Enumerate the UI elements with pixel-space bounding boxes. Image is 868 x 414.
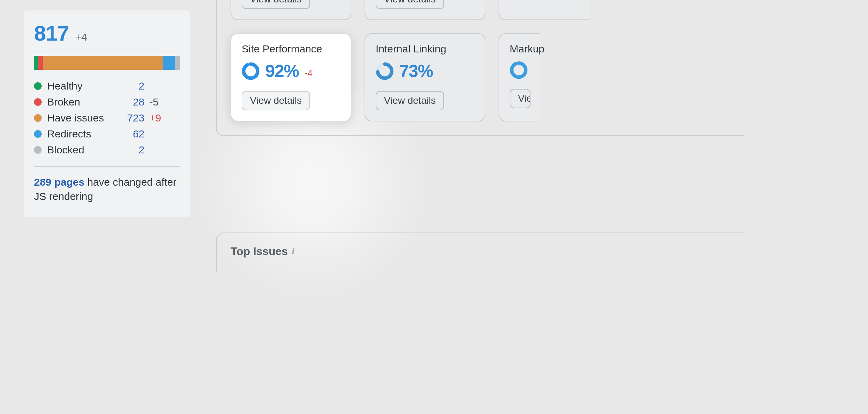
view-details-button[interactable]: View details bbox=[376, 0, 444, 9]
svg-point-5 bbox=[244, 64, 258, 78]
legend-count: 28 bbox=[120, 96, 144, 108]
divider bbox=[34, 166, 180, 167]
metric-card-site-performance: Site Performance 92% -4 View details bbox=[231, 33, 351, 121]
metric-percent: 92% bbox=[265, 61, 299, 81]
view-details-button[interactable]: View details bbox=[510, 89, 531, 108]
card-row-bottom: Site Performance 92% -4 View details Int… bbox=[231, 33, 730, 121]
dot-icon bbox=[34, 98, 42, 106]
metric-card-intl-note: Internal links are not included in this … bbox=[499, 0, 589, 20]
legend-row-blocked[interactable]: Blocked 2 bbox=[34, 144, 180, 156]
legend-count: 2 bbox=[120, 80, 144, 92]
legend-label: Blocked bbox=[47, 144, 120, 156]
top-issues-panel: Top Issues i bbox=[216, 233, 744, 272]
card-title: Internal Linking bbox=[376, 43, 474, 55]
dot-icon bbox=[34, 114, 42, 122]
metric-value: 73% bbox=[376, 61, 474, 81]
legend-row-have-issues[interactable]: Have issues 723 +9 bbox=[34, 112, 180, 124]
bar-seg-blocked bbox=[175, 56, 180, 70]
legend-delta: -5 bbox=[149, 96, 159, 108]
dot-icon bbox=[34, 130, 42, 138]
legend-count: 2 bbox=[120, 144, 144, 156]
dot-icon bbox=[34, 146, 42, 154]
legend-label: Redirects bbox=[47, 128, 120, 140]
legend-label: Broken bbox=[47, 96, 120, 108]
metric-percent: 73% bbox=[399, 61, 433, 81]
legend-count: 62 bbox=[120, 128, 144, 140]
donut-icon bbox=[510, 61, 528, 79]
top-issues-title: Top Issues bbox=[231, 245, 288, 258]
legend-count: 723 bbox=[120, 112, 144, 124]
card-row-top: 79% -4 View details 98% View details Int… bbox=[231, 0, 730, 20]
legend-label: Healthy bbox=[47, 80, 120, 92]
card-title: Site Performance bbox=[242, 43, 340, 55]
svg-point-9 bbox=[512, 63, 526, 77]
metric-card-crawlability: 79% -4 View details bbox=[231, 0, 351, 20]
crawl-summary-header: 817 +4 bbox=[34, 21, 180, 45]
legend-label: Have issues bbox=[47, 112, 120, 124]
legend-row-healthy[interactable]: Healthy 2 bbox=[34, 80, 180, 92]
view-details-button[interactable]: View details bbox=[376, 91, 444, 110]
view-details-button[interactable]: View details bbox=[242, 91, 310, 110]
metric-value bbox=[510, 61, 530, 79]
thematic-reports-grid: 79% -4 View details 98% View details Int… bbox=[216, 0, 744, 136]
dot-icon bbox=[34, 82, 42, 90]
legend-row-broken[interactable]: Broken 28 -5 bbox=[34, 96, 180, 108]
crawl-legend: Healthy 2 Broken 28 -5 Have issues 723 +… bbox=[34, 80, 180, 156]
metric-card-https: 98% View details bbox=[365, 0, 485, 20]
legend-delta: +9 bbox=[149, 112, 161, 124]
metric-card-markup: Markup View details bbox=[499, 33, 540, 121]
bar-seg-healthy bbox=[34, 56, 38, 70]
crawl-status-bar bbox=[34, 56, 180, 70]
metric-delta: -4 bbox=[304, 68, 312, 78]
info-icon[interactable]: i bbox=[292, 246, 294, 257]
metric-value: 92% -4 bbox=[242, 61, 340, 81]
js-rendering-note: 289 pages have changed after JS renderin… bbox=[34, 175, 180, 203]
donut-icon bbox=[376, 62, 394, 80]
donut-icon bbox=[242, 62, 260, 80]
crawl-summary-card: 817 +4 Healthy 2 Broken 28 -5 Have issue… bbox=[24, 10, 190, 217]
view-details-button[interactable]: View details bbox=[242, 0, 310, 9]
card-title: Markup bbox=[510, 43, 530, 55]
bar-seg-have-issues bbox=[43, 56, 163, 70]
metric-card-internal-linking: Internal Linking 73% View details bbox=[365, 33, 485, 121]
bar-seg-redirects bbox=[163, 56, 176, 70]
crawl-total-delta: +4 bbox=[75, 31, 87, 43]
bar-seg-broken bbox=[38, 56, 43, 70]
crawl-total-pages: 817 bbox=[34, 21, 69, 45]
js-rendering-count[interactable]: 289 pages bbox=[34, 176, 84, 188]
legend-row-redirects[interactable]: Redirects 62 bbox=[34, 128, 180, 140]
